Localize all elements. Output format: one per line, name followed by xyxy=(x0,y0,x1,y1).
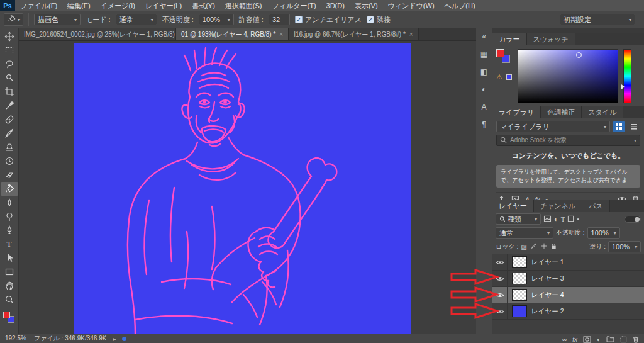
paragraph-panel-icon[interactable]: ¶ xyxy=(478,119,491,130)
eyedropper-tool[interactable] xyxy=(1,99,18,113)
close-icon[interactable]: × xyxy=(409,31,413,38)
visibility-eye-icon[interactable] xyxy=(492,271,508,287)
document-tab-3[interactable]: I16.jpg @ 66.7%(レイヤー 1, RGB/8#) * × xyxy=(289,28,418,40)
foreground-color-swatch[interactable] xyxy=(3,312,10,318)
menu-file[interactable]: ファイル(F) xyxy=(15,0,62,11)
document-tab-2-active[interactable]: 01 @ 193%(レイヤー 4, RGB/8) * × xyxy=(176,28,289,40)
workspace-switcher[interactable]: 初期設定 ▾ xyxy=(560,14,635,25)
document-tab-1[interactable]: IMG_20160524_0002.jpg @ 25%(レイヤー 1, RGB/… xyxy=(19,28,176,40)
pen-tool[interactable] xyxy=(1,223,18,237)
eraser-tool[interactable] xyxy=(1,168,18,182)
layer-thumbnail[interactable] xyxy=(512,273,527,284)
tolerance-input[interactable]: 32 xyxy=(269,14,290,25)
layer-row-3[interactable]: レイヤー 3 xyxy=(492,271,644,287)
tab-adjustments[interactable]: 色調補正 xyxy=(541,106,582,118)
healing-brush-tool[interactable] xyxy=(1,113,18,127)
layer-thumbnail[interactable] xyxy=(512,305,527,317)
tab-channels[interactable]: チャンネル xyxy=(534,200,582,212)
gamut-color-chip[interactable] xyxy=(506,74,512,80)
status-chevron-icon[interactable]: ▸ xyxy=(113,335,116,342)
lock-transparent-icon[interactable]: ▨ xyxy=(521,244,526,250)
tab-styles[interactable]: スタイル xyxy=(582,106,623,118)
new-layer-icon[interactable] xyxy=(620,336,627,343)
visibility-eye-icon[interactable] xyxy=(492,287,508,303)
path-selection-tool[interactable] xyxy=(1,251,18,265)
antialias-checkbox[interactable]: ✓ アンチエイリアス xyxy=(295,15,362,25)
blur-tool[interactable] xyxy=(1,196,18,210)
history-brush-tool[interactable] xyxy=(1,154,18,168)
layer-row-1[interactable]: レイヤー 1 xyxy=(492,254,644,271)
crop-tool[interactable] xyxy=(1,85,18,99)
menu-image[interactable]: イメージ(I) xyxy=(96,0,140,11)
visibility-eye-icon[interactable] xyxy=(492,254,508,271)
menu-help[interactable]: ヘルプ(H) xyxy=(440,0,480,11)
layer-thumbnail[interactable] xyxy=(512,256,527,268)
filter-smart-object-icon[interactable]: ▪ xyxy=(577,215,579,223)
saturation-brightness-field[interactable] xyxy=(518,49,618,103)
tab-libraries[interactable]: ライブラリ xyxy=(492,106,541,118)
menu-3d[interactable]: 3D(D) xyxy=(321,0,350,11)
close-icon[interactable]: × xyxy=(279,31,283,38)
filter-shape-icon[interactable] xyxy=(567,215,574,223)
menu-window[interactable]: ウィンドウ(W) xyxy=(383,0,440,11)
quick-selection-tool[interactable] xyxy=(1,71,18,85)
new-group-icon[interactable] xyxy=(606,336,614,342)
dodge-tool[interactable] xyxy=(1,210,18,223)
zoom-tool[interactable] xyxy=(1,293,18,306)
tab-layers[interactable]: レイヤー xyxy=(492,200,534,212)
hand-tool[interactable] xyxy=(1,279,18,293)
layer-row-2[interactable]: レイヤー 2 xyxy=(492,303,644,320)
menu-view[interactable]: 表示(V) xyxy=(350,0,383,11)
delete-layer-trash-icon[interactable] xyxy=(633,336,639,343)
contiguous-checkbox[interactable]: ✓ 隣接 xyxy=(367,15,391,25)
hue-slider-marker[interactable] xyxy=(621,84,625,89)
menu-type[interactable]: 書式(Y) xyxy=(187,0,220,11)
panel-foreground-swatch[interactable] xyxy=(496,49,504,57)
blend-mode-dropdown[interactable]: 通常 ▾ xyxy=(496,227,553,239)
filter-toggle-switch[interactable] xyxy=(625,216,641,223)
properties-panel-icon[interactable]: ◧ xyxy=(478,66,491,77)
foreground-background-swatches[interactable] xyxy=(3,312,16,325)
menu-select[interactable]: 選択範囲(S) xyxy=(220,0,267,11)
paint-bucket-tool[interactable] xyxy=(1,182,18,196)
panel-fg-bg-swatches[interactable] xyxy=(496,49,514,68)
tab-swatches[interactable]: スウォッチ xyxy=(527,33,575,45)
link-layers-icon[interactable]: ∞ xyxy=(562,336,567,343)
filter-type-icon[interactable]: T xyxy=(561,215,565,223)
gamut-warning-icon[interactable]: ⚠ xyxy=(496,73,502,81)
type-tool[interactable]: T xyxy=(1,237,18,251)
grid-view-icon[interactable] xyxy=(613,121,625,132)
lock-position-icon[interactable] xyxy=(541,243,547,250)
visibility-eye-icon[interactable] xyxy=(492,303,508,320)
lock-pixels-icon[interactable] xyxy=(531,243,537,250)
filter-adjustment-icon[interactable]: ◐ xyxy=(554,215,558,223)
clone-stamp-tool[interactable] xyxy=(1,140,18,154)
fill-source-dropdown[interactable]: 描画色 ▾ xyxy=(34,14,80,25)
lock-all-icon[interactable] xyxy=(551,243,557,251)
layer-thumbnail[interactable] xyxy=(512,289,527,301)
zoom-level-field[interactable]: 192.5% xyxy=(4,335,28,342)
adobe-stock-search[interactable]: Adobe Stock を検索 ▾ xyxy=(496,135,640,146)
add-mask-icon[interactable] xyxy=(583,336,591,343)
tab-paths[interactable]: パス xyxy=(582,200,610,212)
lasso-tool[interactable] xyxy=(1,57,18,71)
fill-dropdown[interactable]: 100% ▾ xyxy=(608,241,641,252)
library-select-dropdown[interactable]: マイライブラリ ▾ xyxy=(496,121,610,132)
info-panel-icon[interactable]: ◐ xyxy=(478,84,491,95)
collapse-panels-icon[interactable]: « xyxy=(478,31,491,42)
opacity-dropdown[interactable]: 100% ▾ xyxy=(199,14,234,25)
menu-filter[interactable]: フィルター(T) xyxy=(267,0,321,11)
layer-row-4-selected[interactable]: レイヤー 4 xyxy=(492,287,644,303)
brush-tool[interactable] xyxy=(1,127,18,140)
rectangle-tool[interactable] xyxy=(1,265,18,279)
histogram-panel-icon[interactable]: ▦ xyxy=(478,48,491,60)
layer-filter-dropdown[interactable]: 種類 ▾ xyxy=(496,213,541,225)
tool-preset-picker[interactable]: ▾ xyxy=(4,13,23,26)
menu-layer[interactable]: レイヤー(L) xyxy=(140,0,187,11)
menu-edit[interactable]: 編集(E) xyxy=(62,0,96,11)
tab-color[interactable]: カラー xyxy=(492,33,527,45)
color-field-cursor[interactable] xyxy=(576,52,582,58)
list-view-icon[interactable] xyxy=(628,121,640,132)
character-panel-icon[interactable]: A xyxy=(478,101,491,113)
marquee-tool[interactable] xyxy=(1,43,18,57)
